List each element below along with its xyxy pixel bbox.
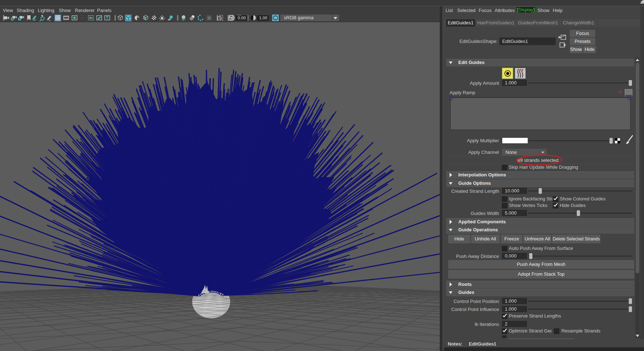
svg-text:ON: ON (274, 17, 277, 19)
